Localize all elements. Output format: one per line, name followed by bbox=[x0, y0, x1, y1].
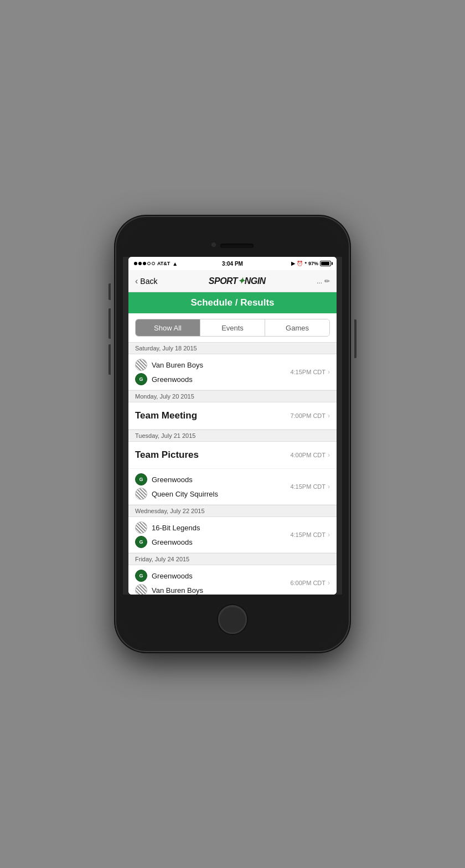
chevron-right-icon: › bbox=[328, 412, 330, 420]
team-icon-striped bbox=[135, 521, 147, 534]
chevron-right-icon: › bbox=[328, 579, 330, 587]
team-icon-green: G bbox=[135, 536, 147, 548]
signal-strength bbox=[134, 262, 155, 265]
signal-dot-4 bbox=[147, 262, 151, 265]
battery-percent: 97% bbox=[308, 261, 318, 266]
team-name: Van Buren Boys bbox=[152, 361, 203, 369]
game-time: 4:15PM CDT › bbox=[290, 368, 330, 376]
chevron-right-icon: › bbox=[328, 483, 330, 490]
chevron-right-icon: › bbox=[328, 531, 330, 539]
battery-indicator bbox=[320, 261, 331, 266]
team-row: G Greenwoods bbox=[135, 570, 203, 582]
date-header-4: Wednesday, July 22 2015 bbox=[128, 505, 337, 517]
battery-body bbox=[320, 261, 331, 266]
team-name: Greenwoods bbox=[152, 572, 193, 580]
edit-icon: ✏ bbox=[324, 277, 330, 285]
bluetooth-icon: * bbox=[304, 261, 307, 266]
teams-col: Van Buren Boys G Greenwoods bbox=[135, 354, 203, 390]
team-name: Van Buren Boys bbox=[152, 586, 203, 595]
chevron-right-icon: › bbox=[328, 368, 330, 376]
back-button[interactable]: ‹ Back bbox=[135, 276, 157, 286]
team-name: 16-Bit Legends bbox=[152, 524, 200, 532]
team-icon-striped bbox=[135, 488, 147, 500]
event-time: 7:00PM CDT › bbox=[290, 412, 330, 420]
tab-events[interactable]: Events bbox=[200, 319, 265, 336]
app-logo: SPORT✦NGIN bbox=[209, 276, 266, 286]
status-time: 3:04 PM bbox=[222, 261, 243, 267]
event-time: 4:00PM CDT › bbox=[290, 451, 330, 459]
signal-dot-3 bbox=[143, 262, 146, 265]
schedule-list: Saturday, July 18 2015 Van Buren Boys G … bbox=[128, 342, 337, 595]
nav-bar: ‹ Back SPORT✦NGIN ... ✏ bbox=[128, 270, 337, 292]
home-button[interactable] bbox=[218, 605, 247, 634]
signal-dot-5 bbox=[152, 262, 155, 265]
battery-fill bbox=[321, 262, 329, 265]
status-bar: AT&T ▲ 3:04 PM ▶ ⏰ * 97% bbox=[128, 257, 337, 270]
phone-body: AT&T ▲ 3:04 PM ▶ ⏰ * 97% bbox=[123, 224, 342, 644]
team-row: Van Buren Boys bbox=[135, 359, 203, 371]
filter-tabs: Show All Events Games bbox=[135, 319, 330, 337]
team-row: G Greenwoods bbox=[135, 536, 200, 548]
team-row: Queen City Squirrels bbox=[135, 488, 218, 500]
tab-games[interactable]: Games bbox=[265, 319, 329, 336]
tab-show-all[interactable]: Show All bbox=[136, 319, 200, 336]
event-title: Team Meeting bbox=[135, 410, 197, 421]
location-icon: ▶ bbox=[291, 261, 295, 266]
game-time: 4:15PM CDT › bbox=[290, 483, 330, 490]
date-header-2: Monday, July 20 2015 bbox=[128, 390, 337, 402]
team-name: Greenwoods bbox=[152, 375, 193, 384]
speaker bbox=[220, 244, 254, 248]
team-icon-green: G bbox=[135, 473, 147, 485]
team-icon-striped bbox=[135, 359, 147, 371]
carrier-name: AT&T bbox=[157, 261, 170, 266]
team-icon-green: G bbox=[135, 570, 147, 582]
team-name: Greenwoods bbox=[152, 476, 193, 484]
game-time: 6:00PM CDT › bbox=[290, 579, 330, 587]
game-item-2[interactable]: G Greenwoods Queen City Squirrels 4:15PM… bbox=[128, 469, 337, 505]
teams-col: G Greenwoods Van Buren Boys bbox=[135, 565, 203, 595]
logo-accent: ✦ bbox=[237, 276, 245, 286]
game-item-1[interactable]: Van Buren Boys G Greenwoods 4:15PM CDT › bbox=[128, 354, 337, 390]
team-icon-green: G bbox=[135, 373, 147, 385]
date-header-3: Tuesday, July 21 2015 bbox=[128, 430, 337, 442]
chevron-right-icon: › bbox=[328, 451, 330, 459]
game-item-4[interactable]: G Greenwoods Van Buren Boys 6:00PM CDT › bbox=[128, 565, 337, 595]
team-row: G Greenwoods bbox=[135, 373, 203, 385]
more-icon: ... bbox=[317, 277, 322, 285]
signal-dot-2 bbox=[138, 262, 142, 265]
teams-col: 16-Bit Legends G Greenwoods bbox=[135, 517, 200, 552]
wifi-icon: ▲ bbox=[172, 261, 178, 267]
volume-up-button[interactable] bbox=[108, 308, 111, 339]
game-time: 4:15PM CDT › bbox=[290, 531, 330, 539]
event-title: Team Pictures bbox=[135, 450, 199, 461]
mute-button[interactable] bbox=[108, 283, 111, 300]
back-label: Back bbox=[140, 277, 157, 286]
team-name: Greenwoods bbox=[152, 538, 193, 546]
edit-button[interactable]: ... ✏ bbox=[317, 277, 330, 285]
status-left: AT&T ▲ bbox=[134, 261, 178, 267]
team-row: 16-Bit Legends bbox=[135, 521, 200, 534]
page-header-banner: Schedule / Results bbox=[128, 292, 337, 313]
event-item-meeting[interactable]: Team Meeting 7:00PM CDT › bbox=[128, 402, 337, 430]
date-header-5: Friday, July 24 2015 bbox=[128, 553, 337, 565]
screen: AT&T ▲ 3:04 PM ▶ ⏰ * 97% bbox=[128, 257, 337, 595]
status-right: ▶ ⏰ * 97% bbox=[291, 261, 331, 266]
signal-dot-1 bbox=[134, 262, 137, 265]
power-button[interactable] bbox=[354, 319, 356, 358]
volume-down-button[interactable] bbox=[108, 344, 111, 375]
team-row: G Greenwoods bbox=[135, 473, 218, 485]
event-item-pictures[interactable]: Team Pictures 4:00PM CDT › bbox=[128, 442, 337, 469]
game-item-3[interactable]: 16-Bit Legends G Greenwoods 4:15PM CDT › bbox=[128, 517, 337, 553]
home-button-area bbox=[123, 595, 342, 644]
team-name: Queen City Squirrels bbox=[152, 490, 218, 498]
top-notch bbox=[123, 224, 342, 257]
alarm-icon: ⏰ bbox=[297, 261, 303, 266]
team-icon-striped bbox=[135, 584, 147, 595]
date-header-1: Saturday, July 18 2015 bbox=[128, 342, 337, 354]
back-chevron-icon: ‹ bbox=[135, 276, 138, 286]
page-title: Schedule / Results bbox=[190, 297, 274, 308]
front-camera bbox=[211, 242, 216, 247]
team-row: Van Buren Boys bbox=[135, 584, 203, 595]
teams-col: G Greenwoods Queen City Squirrels bbox=[135, 469, 218, 504]
phone-device: AT&T ▲ 3:04 PM ▶ ⏰ * 97% bbox=[116, 217, 349, 651]
